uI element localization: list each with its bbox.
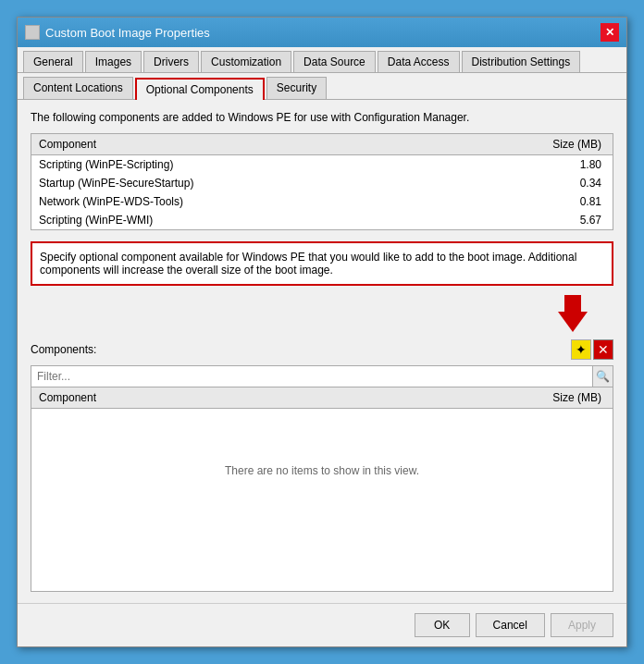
cancel-button[interactable]: Cancel: [476, 613, 545, 637]
title-bar-left: Custom Boot Image Properties: [25, 25, 210, 40]
warning-text: Specify optional component available for…: [40, 251, 576, 277]
empty-space-row: [31, 480, 613, 591]
tab-security[interactable]: Security: [266, 77, 327, 99]
tabs-row1: General Images Drivers Customization Dat…: [18, 47, 626, 73]
title-bar: Custom Boot Image Properties ✕: [18, 18, 626, 47]
table-row: Scripting (WinPE-Scripting) 1.80: [31, 155, 613, 175]
tab-distribution-settings[interactable]: Distribution Settings: [462, 51, 581, 72]
table-row: Scripting (WinPE-WMI) 5.67: [31, 211, 613, 229]
tab-customization[interactable]: Customization: [201, 51, 291, 72]
component-size: 0.34: [448, 174, 613, 192]
tab-images[interactable]: Images: [85, 51, 142, 72]
x-icon: ✕: [598, 342, 609, 357]
component-name: Scripting (WinPE-WMI): [31, 211, 448, 229]
window-icon: [25, 25, 40, 40]
tab-content-locations[interactable]: Content Locations: [23, 77, 133, 99]
star-icon: ✦: [576, 342, 587, 357]
empty-message: There are no items to show in this view.: [31, 409, 613, 481]
search-icon-button[interactable]: 🔍: [592, 366, 613, 387]
tab-data-access[interactable]: Data Access: [378, 51, 460, 72]
table-row: Startup (WinPE-SecureStartup) 0.34: [31, 174, 613, 192]
tab-general[interactable]: General: [23, 51, 83, 72]
optional-components-table: Component Size (MB) There are no items t…: [31, 387, 613, 592]
component-size: 1.80: [448, 155, 613, 175]
components-label-row: Components: ✦ ✕: [31, 339, 613, 360]
component-size: 0.81: [448, 192, 613, 211]
empty-row: There are no items to show in this view.: [31, 409, 613, 481]
ok-button[interactable]: OK: [415, 613, 470, 637]
arrow-area: [31, 295, 613, 332]
filter-input[interactable]: [31, 366, 592, 387]
footer: OK Cancel Apply: [18, 603, 626, 646]
close-button[interactable]: ✕: [601, 23, 619, 42]
remove-button[interactable]: ✕: [593, 339, 613, 360]
component-name: Network (WinPE-WDS-Tools): [31, 192, 448, 211]
icon-buttons: ✦ ✕: [571, 339, 613, 360]
down-arrow: [558, 295, 588, 332]
warning-box: Specify optional component available for…: [31, 241, 613, 286]
add-star-button[interactable]: ✦: [571, 339, 591, 360]
col-header-size: Size (MB): [448, 134, 613, 155]
tabs-row2: Content Locations Optional Components Se…: [18, 73, 626, 100]
info-text: The following components are added to Wi…: [31, 111, 613, 124]
apply-button[interactable]: Apply: [551, 613, 613, 637]
components-label: Components:: [31, 343, 96, 356]
opt-col-header-size: Size (MB): [332, 387, 613, 409]
required-components-table: Component Size (MB) Scripting (WinPE-Scr…: [31, 133, 613, 230]
content-area: The following components are added to Wi…: [18, 100, 626, 603]
tab-optional-components[interactable]: Optional Components: [135, 78, 265, 100]
window-title: Custom Boot Image Properties: [45, 26, 210, 40]
filter-row: 🔍: [31, 365, 613, 387]
component-name: Scripting (WinPE-Scripting): [31, 155, 448, 175]
opt-col-header-component: Component: [31, 387, 332, 409]
col-header-component: Component: [31, 134, 448, 155]
table-row: Network (WinPE-WDS-Tools) 0.81: [31, 192, 613, 211]
tab-drivers[interactable]: Drivers: [143, 51, 199, 72]
component-size: 5.67: [448, 211, 613, 229]
search-icon: 🔍: [596, 370, 610, 383]
component-name: Startup (WinPE-SecureStartup): [31, 174, 448, 192]
dialog-window: Custom Boot Image Properties ✕ General I…: [17, 17, 627, 647]
tab-data-source[interactable]: Data Source: [293, 51, 376, 72]
